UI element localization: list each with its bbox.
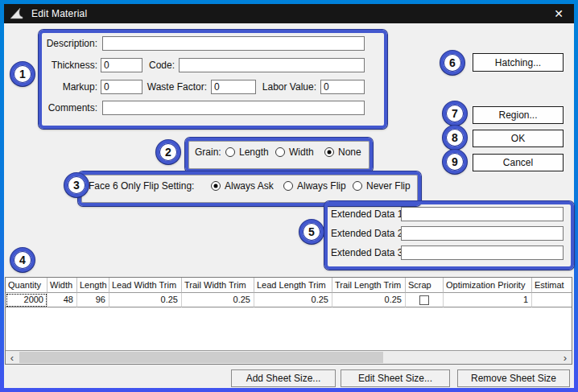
grain-radio-length-label: Length <box>239 146 269 158</box>
callout-3: 3 <box>64 173 89 197</box>
scrollbar-thumb[interactable] <box>19 352 383 363</box>
scroll-right-icon[interactable]: › <box>559 351 572 364</box>
flip-radio-always-flip-label: Always Flip <box>297 180 346 192</box>
labor-value-field[interactable] <box>320 80 365 94</box>
radio-icon[interactable] <box>283 181 293 191</box>
code-field[interactable] <box>179 58 365 72</box>
extended-data-2-label: Extended Data 2 <box>331 226 402 241</box>
callout-6: 6 <box>440 51 464 75</box>
callout-4: 4 <box>10 248 35 272</box>
cell-lead-length-trim[interactable]: 0.25 <box>254 293 332 307</box>
callout-5: 5 <box>299 220 324 244</box>
ok-button[interactable]: OK <box>473 130 564 147</box>
callout-9: 9 <box>443 150 467 174</box>
grain-label: Grain: <box>195 145 229 159</box>
flip-radio-never-flip[interactable]: Never Flip <box>353 179 411 193</box>
header-width[interactable]: Width <box>47 278 77 293</box>
table-empty-area <box>6 307 572 350</box>
waste-factor-label: Waste Factor: <box>134 80 207 94</box>
cancel-button[interactable]: Cancel <box>473 154 564 171</box>
scroll-left-icon[interactable]: ‹ <box>6 351 19 364</box>
extended-data-2-field[interactable] <box>401 226 564 241</box>
cell-estimated[interactable] <box>532 293 572 307</box>
radio-icon[interactable] <box>275 147 285 157</box>
header-trail-length-trim[interactable]: Trail Length Trim <box>332 278 406 293</box>
edit-sheet-size-button[interactable]: Edit Sheet Size... <box>341 369 450 387</box>
header-lead-width-trim[interactable]: Lead Width Trim <box>109 278 182 293</box>
callout-7: 7 <box>443 101 467 126</box>
code-label: Code: <box>139 58 175 72</box>
flip-radio-always-flip[interactable]: Always Flip <box>283 179 346 193</box>
flip-radio-always-ask-label: Always Ask <box>225 180 274 192</box>
callout-2: 2 <box>156 140 180 164</box>
edit-material-window: Edit Material ✕ 1 Description: Thickness… <box>0 0 578 392</box>
flip-radio-always-ask[interactable]: Always Ask <box>211 179 274 193</box>
extended-data-3-label: Extended Data 3 <box>331 246 402 260</box>
cell-trail-length-trim[interactable]: 0.25 <box>332 293 406 307</box>
flip-radio-never-flip-label: Never Flip <box>366 180 411 192</box>
cell-length[interactable]: 96 <box>77 293 109 307</box>
callout-8: 8 <box>443 126 467 150</box>
extended-data-3-field[interactable] <box>401 246 564 260</box>
radio-icon[interactable] <box>324 147 334 157</box>
window-title: Edit Material <box>31 8 87 19</box>
remove-sheet-size-button[interactable]: Remove Sheet Size <box>457 369 570 387</box>
radio-icon[interactable] <box>211 181 221 191</box>
grain-radio-width-label: Width <box>289 146 314 158</box>
thickness-field[interactable] <box>101 58 142 72</box>
grain-radio-none[interactable]: None <box>324 145 361 159</box>
cell-width[interactable]: 48 <box>47 293 77 307</box>
header-optimization-priority[interactable]: Optimization Priority <box>444 278 532 293</box>
comments-field[interactable] <box>102 101 365 115</box>
callout-1: 1 <box>10 62 35 86</box>
region-button[interactable]: Region... <box>473 106 564 124</box>
extended-data-1-label: Extended Data 1 <box>331 207 402 221</box>
sheet-size-table: Quantity Width Length Lead Width Trim Tr… <box>5 277 572 365</box>
cell-lead-width-trim[interactable]: 0.25 <box>109 293 182 307</box>
flip-setting-label: Face 6 Only Flip Setting: <box>89 179 213 193</box>
comments-label: Comments: <box>35 101 97 115</box>
extended-data-1-field[interactable] <box>401 207 564 221</box>
horizontal-scrollbar[interactable]: ‹ › <box>6 350 572 364</box>
grain-radio-none-label: None <box>338 146 361 158</box>
labor-value-label: Labor Value: <box>248 80 316 94</box>
add-sheet-size-button[interactable]: Add Sheet Size... <box>231 369 336 387</box>
header-trail-width-trim[interactable]: Trail Width Trim <box>182 278 254 293</box>
header-length[interactable]: Length <box>77 278 109 293</box>
cell-scrap[interactable] <box>406 293 444 307</box>
thickness-label: Thickness: <box>35 58 97 72</box>
table-row[interactable]: 2000 48 96 0.25 0.25 0.25 0.25 1 <box>6 293 572 307</box>
grain-radio-width[interactable]: Width <box>275 145 314 159</box>
header-lead-length-trim[interactable]: Lead Length Trim <box>254 278 332 293</box>
dialog-body: 1 Description: Thickness: Code: Markup: … <box>4 23 574 388</box>
description-label: Description: <box>35 36 97 51</box>
markup-label: Markup: <box>35 80 97 94</box>
grain-radio-length[interactable]: Length <box>225 145 269 159</box>
cell-quantity[interactable]: 2000 <box>6 293 47 307</box>
close-icon[interactable]: ✕ <box>550 4 568 23</box>
header-scrap[interactable]: Scrap <box>406 278 444 293</box>
cell-optimization-priority[interactable]: 1 <box>444 293 532 307</box>
hatching-button[interactable]: Hatching... <box>473 53 564 72</box>
titlebar: Edit Material ✕ <box>4 4 574 23</box>
header-quantity[interactable]: Quantity <box>6 278 47 293</box>
header-estimated[interactable]: Estimat <box>532 278 572 293</box>
radio-icon[interactable] <box>225 147 235 157</box>
table-header-row: Quantity Width Length Lead Width Trim Tr… <box>6 278 572 293</box>
radio-icon[interactable] <box>353 181 362 191</box>
cell-trail-width-trim[interactable]: 0.25 <box>182 293 254 307</box>
scrap-checkbox[interactable] <box>419 295 429 305</box>
app-logo-icon <box>9 7 25 21</box>
description-field[interactable] <box>102 36 365 51</box>
